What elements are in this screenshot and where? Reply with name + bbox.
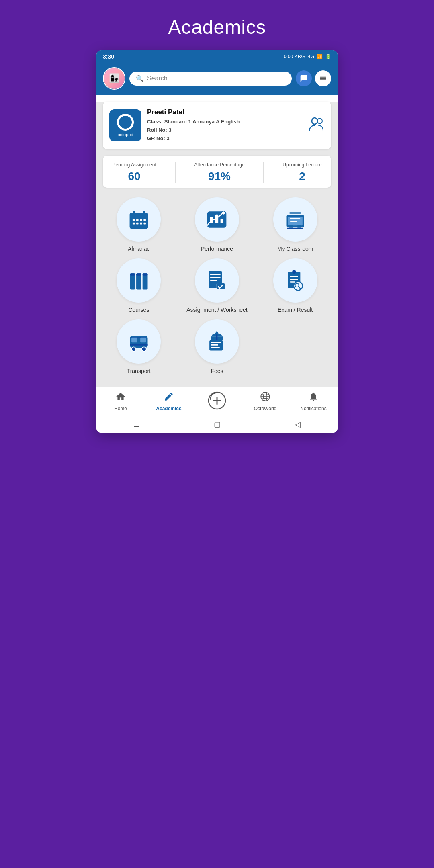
home-label: Home xyxy=(114,406,127,411)
svg-rect-14 xyxy=(143,223,146,225)
svg-point-0 xyxy=(312,118,317,124)
my-classroom-label: My Classroom xyxy=(277,246,313,252)
menu-button[interactable] xyxy=(315,70,331,86)
transport-icon-circle xyxy=(117,319,161,364)
svg-rect-32 xyxy=(136,273,141,276)
notifications-icon xyxy=(308,391,319,404)
nav-octoworld[interactable]: OctoWorld xyxy=(249,391,281,412)
svg-rect-25 xyxy=(287,228,303,229)
gr-value: 3 xyxy=(166,135,169,141)
grid-item-courses[interactable]: Courses xyxy=(103,258,175,313)
svg-rect-31 xyxy=(130,273,135,276)
svg-rect-13 xyxy=(140,223,142,225)
grid-item-assignment-worksheet[interactable]: Assignment / Worksheet xyxy=(181,258,253,313)
fees-label: Fees xyxy=(211,368,223,374)
profile-roll: Roll No: 3 xyxy=(147,126,303,135)
grid-item-fees[interactable]: Fees xyxy=(181,319,253,374)
svg-rect-57 xyxy=(211,344,218,346)
bottom-nav: Home Academics xyxy=(96,387,338,416)
nav-academics[interactable]: Academics xyxy=(153,391,185,412)
svg-rect-28 xyxy=(130,273,135,289)
network-speed: 0.00 KB/S xyxy=(284,54,305,59)
stat-divider-1 xyxy=(175,162,176,183)
academics-icon xyxy=(164,391,174,404)
octopod-logo: octopod xyxy=(109,109,141,141)
assignment-worksheet-label: Assignment / Worksheet xyxy=(186,307,247,313)
stat-attendance-value: 91% xyxy=(194,170,244,183)
svg-rect-9 xyxy=(140,219,142,221)
icon-grid-row-2: Courses Assignment / Wor xyxy=(103,258,331,313)
grid-item-exam-result[interactable]: Exam / Result xyxy=(259,258,331,313)
nav-notifications[interactable]: Notifications xyxy=(297,391,330,412)
notifications-label: Notifications xyxy=(300,406,326,411)
class-value: Standard 1 Annanya A English xyxy=(164,119,240,125)
profile-card: octopod Preeti Patel Class: Standard 1 A… xyxy=(103,102,331,149)
grid-item-almanac[interactable]: Almanac xyxy=(103,197,175,252)
stat-attendance-label: Attendance Percentage xyxy=(194,162,244,168)
profile-class: Class: Standard 1 Annanya A English xyxy=(147,118,303,126)
grid-item-my-classroom[interactable]: My Classroom xyxy=(259,197,331,252)
gesture-bar: ☰ ▢ ◁ xyxy=(96,416,338,433)
svg-rect-56 xyxy=(211,342,221,343)
svg-point-1 xyxy=(317,118,322,124)
square-gesture-icon[interactable]: ▢ xyxy=(214,420,221,429)
avatar[interactable]: 👩‍👧 xyxy=(103,67,125,90)
profile-name: Preeti Patel xyxy=(147,108,303,116)
svg-rect-18 xyxy=(221,219,223,223)
assignment-worksheet-icon-circle xyxy=(195,258,239,303)
svg-rect-6 xyxy=(130,217,147,217)
performance-label: Performance xyxy=(201,246,233,252)
stat-pending-value: 60 xyxy=(112,170,156,183)
plus-badge-icon xyxy=(208,391,226,412)
nav-octoworld-plus[interactable] xyxy=(201,391,233,412)
svg-rect-23 xyxy=(289,225,293,228)
stat-attendance[interactable]: Attendance Percentage 91% xyxy=(194,162,244,183)
nav-home[interactable]: Home xyxy=(104,391,137,412)
roll-value: 3 xyxy=(168,127,171,133)
status-time: 3:30 xyxy=(103,53,114,60)
academics-label: Academics xyxy=(156,406,181,411)
svg-rect-27 xyxy=(290,221,297,222)
stat-pending[interactable]: Pending Assignment 60 xyxy=(112,162,156,183)
search-icon: 🔍 xyxy=(136,75,144,82)
back-gesture-icon[interactable]: ◁ xyxy=(295,420,301,429)
svg-point-19 xyxy=(222,211,225,215)
svg-rect-42 xyxy=(290,276,298,277)
svg-rect-51 xyxy=(131,337,146,338)
stat-upcoming[interactable]: Upcoming Lecture 2 xyxy=(283,162,321,183)
grid-item-transport[interactable]: Transport xyxy=(103,319,175,374)
header-icons xyxy=(296,70,331,86)
network-type: 4G xyxy=(308,54,314,59)
svg-rect-22 xyxy=(289,212,301,214)
courses-icon-circle xyxy=(117,258,161,303)
octoworld-icon xyxy=(260,391,270,404)
main-content: octopod Preeti Patel Class: Standard 1 A… xyxy=(96,102,338,433)
svg-rect-58 xyxy=(211,347,220,348)
svg-rect-29 xyxy=(136,273,141,289)
svg-point-52 xyxy=(131,347,136,351)
svg-rect-7 xyxy=(133,219,135,221)
status-bar: 3:30 0.00 KB/S 4G 📶 🔋 xyxy=(96,50,338,63)
svg-rect-11 xyxy=(133,223,135,225)
icon-grid-row-3: Transport xyxy=(103,319,331,374)
svg-rect-8 xyxy=(136,219,139,221)
grid-section: Almanac P xyxy=(96,194,338,387)
hamburger-gesture-icon[interactable]: ☰ xyxy=(133,420,140,429)
svg-rect-33 xyxy=(142,273,147,276)
grid-item-performance[interactable]: Performance xyxy=(181,197,253,252)
search-bar[interactable]: 🔍 Search xyxy=(129,72,292,86)
svg-rect-35 xyxy=(210,274,221,275)
avatar-image: 👩‍👧 xyxy=(104,68,125,89)
gr-label: GR No: xyxy=(147,135,165,141)
stats-row: Pending Assignment 60 Attendance Percent… xyxy=(103,156,331,188)
svg-rect-36 xyxy=(210,277,221,278)
svg-rect-26 xyxy=(290,218,301,219)
stat-pending-label: Pending Assignment xyxy=(112,162,156,168)
chat-button[interactable] xyxy=(296,70,312,86)
svg-rect-24 xyxy=(297,225,301,228)
icon-grid-row-1: Almanac P xyxy=(103,197,331,252)
users-icon[interactable] xyxy=(309,117,325,134)
fees-icon-circle xyxy=(195,319,239,364)
performance-icon-circle xyxy=(195,197,239,242)
home-icon xyxy=(115,391,126,404)
